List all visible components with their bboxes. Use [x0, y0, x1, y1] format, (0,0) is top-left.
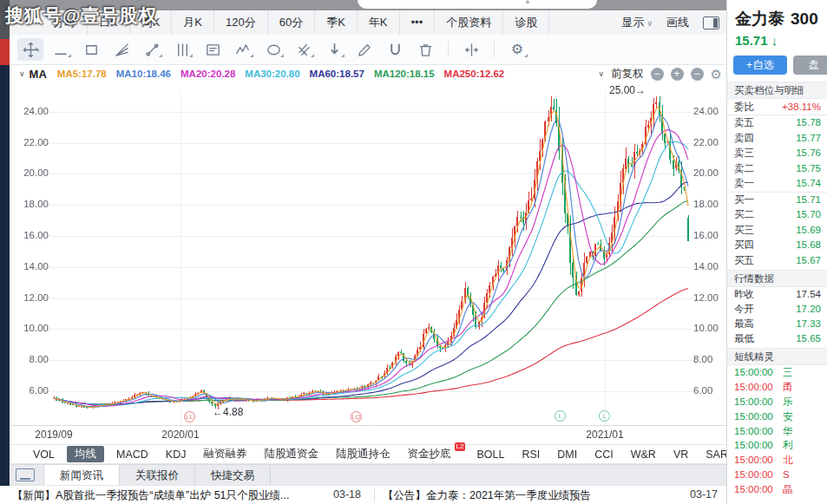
- buy-level-row[interactable]: 买四15.68: [727, 238, 827, 253]
- adjust-mode-label[interactable]: 前复权: [611, 67, 644, 82]
- indicator-tab[interactable]: KDJ: [157, 448, 195, 461]
- move-tool-icon[interactable]: [17, 38, 43, 61]
- settings-tool-icon[interactable]: ⚙: [504, 38, 530, 61]
- sell-level-row[interactable]: 卖一15.74: [727, 176, 827, 192]
- sell-level-row[interactable]: 卖五15.78: [727, 115, 827, 131]
- quote-label: 今开: [734, 302, 754, 317]
- quote-row: 昨收17.54: [727, 287, 827, 302]
- indicator-tab[interactable]: RSI: [513, 448, 548, 461]
- sell-level-row[interactable]: 卖四15.77: [727, 131, 827, 147]
- indicator-tab[interactable]: BOLL: [468, 448, 513, 461]
- zoom-out-icon[interactable]: −: [651, 68, 664, 81]
- weibi-value: +38.11%: [782, 99, 821, 115]
- signal-marker: L: [555, 410, 566, 422]
- alert-row[interactable]: 15:00:00乐: [727, 395, 827, 409]
- news-item[interactable]: 【新闻】A股首批一季报预告“成绩单”出炉 51只个股业绩...: [12, 488, 330, 503]
- y-axis-label-left: 16.00: [10, 230, 49, 240]
- alert-row[interactable]: 15:00:00北: [727, 453, 827, 468]
- level-value: 15.71: [796, 193, 821, 208]
- level-label: 卖四: [734, 131, 754, 147]
- pencil-tool-icon[interactable]: [351, 38, 377, 61]
- period-tab[interactable]: 个股资料: [435, 10, 503, 35]
- collapse-panel-icon[interactable]: [16, 468, 35, 481]
- indicator-tab[interactable]: 融资融券: [194, 447, 255, 461]
- adjust-chevron-icon[interactable]: ∨: [598, 69, 604, 78]
- line-tool-icon[interactable]: [48, 38, 74, 61]
- y-axis-label-left: 14.00: [10, 261, 49, 272]
- zoom-reset-icon[interactable]: −: [691, 68, 704, 81]
- period-tab[interactable]: 60分: [268, 10, 315, 35]
- expand-tool-icon[interactable]: [458, 38, 484, 61]
- sell-level-row[interactable]: 卖二15.75: [727, 161, 827, 177]
- indicator-tab[interactable]: 陆股通资金: [255, 447, 327, 461]
- indicator-tab[interactable]: 资金抄底L2: [398, 447, 459, 461]
- alert-row[interactable]: 15:00:00S: [727, 468, 827, 482]
- alert-row[interactable]: 15:00:00三: [727, 365, 827, 380]
- news-tabs-group: 新闻资讯关联报价快捷交易: [43, 465, 271, 486]
- indicator-tab[interactable]: W&R: [622, 448, 665, 461]
- sell-level-row[interactable]: 卖三15.76: [727, 146, 827, 161]
- rect-tool-icon[interactable]: [78, 38, 104, 61]
- alert-row[interactable]: 15:00:00晶: [727, 482, 827, 497]
- alert-text: 华: [783, 424, 793, 439]
- weibi-row: 委比 +38.11%: [727, 99, 827, 115]
- news-item[interactable]: 【公告】金力泰：2021年第一季度业绩预告: [383, 488, 685, 503]
- period-tab[interactable]: •••: [400, 10, 436, 35]
- period-tab[interactable]: 诊股: [503, 10, 549, 35]
- toolbar-divider: [448, 42, 449, 57]
- alert-text: 乐: [783, 395, 793, 409]
- wave-tool-icon[interactable]: [230, 38, 256, 61]
- ma-legend-entry: MA60:18.57: [310, 69, 364, 79]
- indicator-tab[interactable]: CCI: [586, 448, 622, 461]
- news-tab[interactable]: 快捷交易: [195, 465, 271, 486]
- search-pill[interactable]: ▲: [358, 0, 597, 9]
- alert-row[interactable]: 15:00:00华: [727, 424, 827, 439]
- alert-time: 15:00:00: [734, 482, 773, 497]
- news-tab[interactable]: 新闻资讯: [43, 465, 120, 486]
- news-tabbar: 新闻资讯关联报价快捷交易: [10, 464, 726, 485]
- period-tab[interactable]: 120分: [214, 10, 268, 35]
- tab-display[interactable]: 显示∨: [621, 15, 653, 30]
- add-watchlist-button[interactable]: +自选: [733, 56, 787, 75]
- alert-row[interactable]: 15:00:00甬: [727, 380, 827, 395]
- hash-tool-icon[interactable]: [291, 38, 317, 61]
- trash-tool-icon[interactable]: [412, 38, 438, 61]
- news-tab[interactable]: 关联报价: [120, 465, 195, 486]
- collapse-chevron-icon[interactable]: ∨: [19, 69, 25, 78]
- caret-up-icon: ▲: [524, 0, 531, 5]
- arrow-down-tool-icon[interactable]: [321, 38, 347, 61]
- zoom-in-icon[interactable]: +: [671, 68, 684, 81]
- buy-level-row[interactable]: 买五15.67: [727, 253, 827, 269]
- stock-price: 15.71 ↓: [735, 33, 827, 48]
- period-tab[interactable]: 季K: [315, 10, 358, 35]
- period-tab[interactable]: 年K: [358, 10, 400, 35]
- alert-row[interactable]: 15:00:00利: [727, 438, 827, 453]
- kline-canvas[interactable]: [10, 82, 726, 444]
- indicator-tab[interactable]: VR: [665, 448, 697, 461]
- buy-level-row[interactable]: 买三15.69: [727, 223, 827, 239]
- buy-level-row[interactable]: 买一15.71: [727, 193, 827, 208]
- magnet-tool-icon[interactable]: [382, 38, 408, 61]
- period-tab[interactable]: 月K: [172, 10, 214, 35]
- indicator-tab[interactable]: MACD: [108, 448, 157, 461]
- panel-toggle-icon[interactable]: [703, 16, 719, 29]
- indicator-tab[interactable]: VOL: [24, 448, 63, 461]
- buy-level-row[interactable]: 买二15.70: [727, 207, 827, 223]
- alert-time: 15:00:00: [734, 438, 773, 453]
- indicator-tab[interactable]: 陆股通持仓: [327, 447, 399, 461]
- indicator-tab[interactable]: DMI: [548, 448, 586, 461]
- y-axis-label-left: 20.00: [10, 167, 49, 178]
- text-note-tool-icon[interactable]: [200, 38, 226, 61]
- quote-value: 17.54: [796, 287, 821, 302]
- tab-drawline[interactable]: 画线: [666, 15, 689, 30]
- chevron-down-icon: ∨: [647, 19, 653, 28]
- gray-button[interactable]: 盘: [793, 56, 827, 75]
- level-label: 买五: [734, 253, 754, 269]
- measure-tool-icon[interactable]: [139, 38, 165, 61]
- alert-row[interactable]: 15:00:00安: [727, 409, 827, 424]
- ellipse-tool-icon[interactable]: [260, 38, 286, 61]
- indicator-tab[interactable]: 均线: [67, 446, 104, 462]
- chart-settings-icon[interactable]: ⚙: [711, 68, 722, 81]
- vertical-lines-tool-icon[interactable]: [169, 38, 195, 61]
- fan-tool-icon[interactable]: [108, 38, 135, 61]
